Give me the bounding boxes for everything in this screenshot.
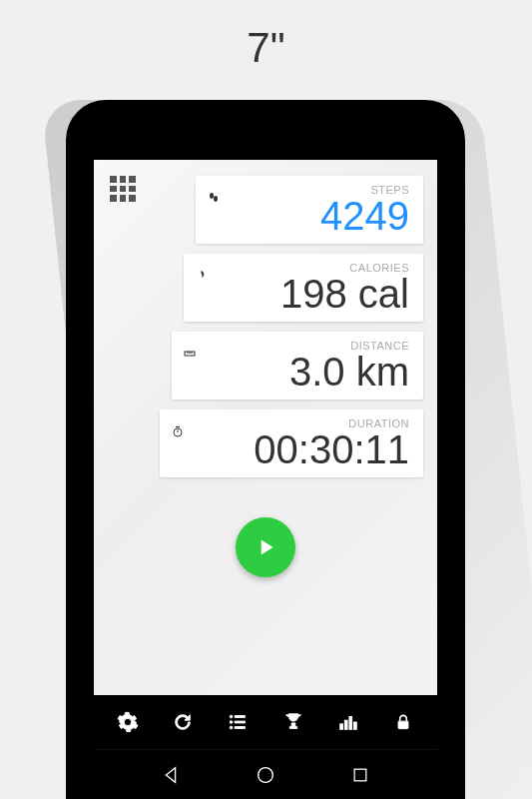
svg-point-20	[259, 767, 273, 782]
bar-chart-icon	[337, 711, 359, 733]
card-calories-value: 198 cal	[198, 272, 409, 316]
card-duration-value: 00:30:11	[174, 427, 409, 471]
svg-rect-21	[354, 769, 366, 781]
refresh-button[interactable]	[169, 708, 197, 736]
svg-point-0	[210, 193, 214, 199]
footsteps-icon	[208, 190, 220, 202]
nav-recent-button[interactable]	[347, 762, 373, 788]
svg-rect-17	[349, 717, 352, 730]
flame-icon	[196, 268, 208, 280]
svg-point-1	[214, 196, 218, 202]
svg-point-13	[231, 726, 234, 729]
card-duration[interactable]: DURATION 00:30:11	[160, 409, 423, 477]
svg-rect-14	[236, 727, 246, 729]
refresh-icon	[172, 711, 194, 733]
svg-rect-15	[340, 724, 343, 730]
list-icon	[227, 711, 249, 733]
list-button[interactable]	[224, 708, 252, 736]
android-navbar	[94, 749, 437, 799]
recent-square-icon	[350, 765, 370, 785]
home-circle-icon	[255, 764, 276, 786]
svg-rect-18	[353, 722, 356, 729]
lock-icon	[393, 712, 413, 732]
svg-point-9	[231, 715, 234, 718]
settings-button[interactable]	[114, 708, 142, 736]
stopwatch-icon	[172, 423, 184, 435]
trophy-icon	[282, 711, 304, 733]
card-distance-value: 3.0 km	[186, 350, 409, 394]
play-icon	[253, 534, 278, 560]
card-steps[interactable]: STEPS 4249	[196, 176, 423, 244]
card-steps-value: 4249	[210, 194, 409, 238]
device-frame: STEPS 4249 CALORIES 198 cal DISTANCE 3.0…	[66, 100, 465, 799]
nav-home-button[interactable]	[253, 762, 278, 788]
gear-icon	[117, 711, 139, 733]
svg-rect-12	[236, 721, 246, 723]
card-distance[interactable]: DISTANCE 3.0 km	[172, 332, 423, 400]
bottom-toolbar	[94, 695, 437, 749]
card-calories[interactable]: CALORIES 198 cal	[184, 254, 423, 322]
svg-point-11	[231, 721, 234, 724]
ruler-icon	[184, 346, 196, 358]
device-screen: STEPS 4249 CALORIES 198 cal DISTANCE 3.0…	[94, 160, 437, 799]
page-title: 7"	[0, 0, 532, 90]
svg-rect-10	[236, 716, 246, 718]
chart-button[interactable]	[334, 708, 362, 736]
app-area: STEPS 4249 CALORIES 198 cal DISTANCE 3.0…	[94, 160, 437, 695]
nav-back-button[interactable]	[158, 762, 184, 788]
stats-cards: STEPS 4249 CALORIES 198 cal DISTANCE 3.0…	[160, 176, 423, 477]
svg-rect-16	[344, 720, 347, 729]
back-triangle-icon	[160, 764, 182, 786]
svg-rect-19	[398, 721, 408, 729]
lock-button[interactable]	[389, 708, 417, 736]
trophy-button[interactable]	[279, 708, 307, 736]
play-button-container	[108, 517, 423, 577]
menu-grid-button[interactable]	[110, 176, 136, 202]
play-button[interactable]	[236, 517, 295, 577]
